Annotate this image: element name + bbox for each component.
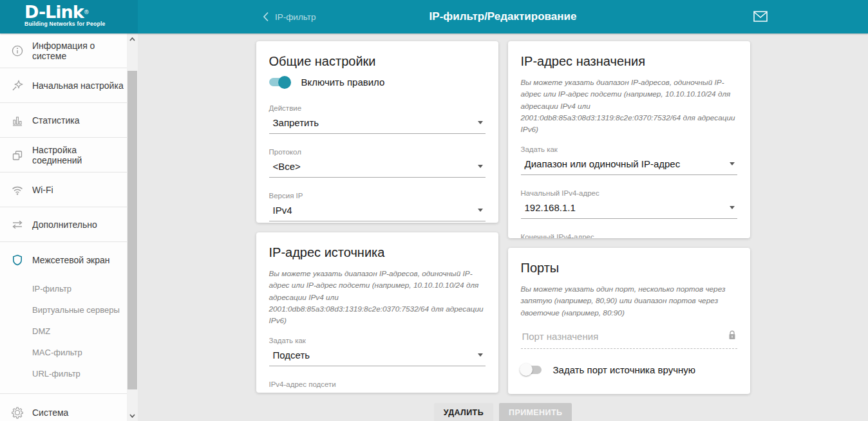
subnet-ip-dropdown[interactable]: 192.168.2.1/24 (269, 391, 486, 393)
chevron-down-icon (129, 414, 135, 418)
field-label: Версия IP (269, 192, 486, 200)
mail-icon[interactable] (753, 11, 768, 23)
field-value: Диапазон или одиночный IP-адрес (525, 158, 681, 169)
destination-port-input[interactable] (522, 331, 715, 342)
field-value: Подсеть (273, 350, 310, 360)
sidebar-item-label: Настройка соединений (32, 145, 127, 165)
card-title: IP-адрес назначения (521, 54, 737, 69)
field-start-ip: Начальный IPv4-адрес 192.168.1.1 (521, 189, 737, 219)
shield-icon (11, 254, 24, 267)
ports-card: Порты Вы можете указать один порт, неско… (508, 248, 750, 394)
lock-icon (728, 330, 736, 342)
sidebar-item-label: Дополнительно (32, 220, 97, 230)
card-description: Вы можете указать один порт, несколько п… (521, 283, 737, 319)
field-label: Конечный IPv4-адрес (521, 233, 737, 238)
protocol-dropdown[interactable]: <Все> (269, 159, 486, 178)
card-title: Порты (521, 261, 737, 276)
chevron-up-icon (129, 37, 135, 41)
page-title: IP-фильтр/Редактирование (429, 0, 577, 33)
wifi-icon (11, 183, 24, 196)
field-set-as: Задать как Диапазон или одиночный IP-адр… (521, 145, 737, 175)
sidebar-nav: Информация о системе Начальная настройка… (0, 33, 127, 421)
logo-brand-text: D-Link® (24, 4, 138, 21)
arrows-icon (11, 218, 24, 231)
source-set-as-dropdown[interactable]: Подсеть (269, 348, 486, 366)
toggle-label: Включить правило (301, 77, 385, 88)
bar-chart-icon (11, 114, 24, 127)
sidebar-item-label: Статистика (32, 115, 80, 126)
destination-ip-card: IP-адрес назначения Вы можете указать ди… (508, 41, 750, 238)
field-subnet-ip: IPv4-адрес подсети 192.168.2.1/24 (269, 380, 486, 393)
destination-set-as-dropdown[interactable]: Диапазон или одиночный IP-адрес (521, 156, 737, 175)
toggle-switch-on[interactable] (269, 78, 290, 86)
source-ip-card: IP-адрес источника Вы можете указать диа… (256, 232, 498, 393)
field-protocol: Протокол <Все> (269, 148, 486, 178)
sidebar-item-connections-setup[interactable]: Настройка соединений (0, 138, 127, 173)
sidebar-group-firewall: Межсетевой экран IP-фильтр Виртуальные с… (0, 242, 127, 394)
submenu-item-url-filter[interactable]: URL-фильтр (0, 363, 127, 384)
sidebar-item-firewall[interactable]: Межсетевой экран (0, 242, 127, 278)
sidebar-item-advanced[interactable]: Дополнительно (0, 207, 127, 242)
footer-actions: УДАЛИТЬ ПРИМЕНИТЬ (138, 403, 868, 421)
field-action: Действие Запретить (269, 104, 486, 134)
back-link[interactable]: IP-фильтр (263, 0, 316, 33)
caret-down-icon (730, 206, 735, 209)
start-ip-dropdown[interactable]: 192.168.1.1 (521, 200, 737, 219)
sidebar-item-statistics[interactable]: Статистика (0, 103, 127, 138)
ip-version-dropdown[interactable]: IPv4 (269, 203, 486, 221)
field-value: <Все> (273, 161, 301, 172)
enable-rule-toggle[interactable]: Включить правило (269, 77, 486, 88)
wand-icon (11, 79, 24, 92)
scroll-down-button[interactable] (127, 410, 138, 421)
submenu-item-dmz[interactable]: DMZ (0, 321, 127, 342)
action-dropdown[interactable]: Запретить (269, 115, 486, 134)
field-label: Протокол (269, 148, 486, 156)
field-value: IPv4 (273, 205, 292, 216)
registered-mark: ® (84, 9, 89, 15)
info-icon (11, 44, 24, 57)
chevron-left-icon (263, 12, 269, 22)
back-link-label: IP-фильтр (275, 12, 316, 22)
caret-down-icon (478, 121, 483, 124)
sidebar-item-system-info[interactable]: Информация о системе (0, 33, 127, 68)
delete-button[interactable]: УДАЛИТЬ (434, 403, 493, 421)
card-description: Вы можете указать диапазон IP-адресов, о… (269, 268, 486, 326)
field-label: Начальный IPv4-адрес (521, 189, 737, 197)
submenu-item-mac-filter[interactable]: MAC-фильтр (0, 342, 127, 363)
card-title: Общие настройки (269, 54, 486, 69)
card-title: IP-адрес источника (269, 245, 486, 260)
sidebar-item-label: Межсетевой экран (32, 255, 110, 265)
submenu-item-virtual-servers[interactable]: Виртуальные серверы (0, 299, 127, 321)
card-description: Вы можете указать диапазон IP-адресов, о… (521, 77, 737, 135)
sidebar-scrollbar[interactable] (127, 33, 138, 421)
sidebar-item-label: Wi-Fi (32, 185, 53, 195)
sidebar-item-label: Информация о системе (32, 41, 127, 61)
general-settings-card: Общие настройки Включить правило Действи… (256, 41, 498, 223)
field-label: Задать как (521, 145, 737, 153)
sidebar-item-wifi[interactable]: Wi-Fi (0, 173, 127, 207)
sidebar-item-label: Система (32, 407, 68, 418)
field-label: Действие (269, 104, 486, 112)
caret-down-icon (730, 162, 735, 165)
apply-button[interactable]: ПРИМЕНИТЬ (499, 403, 572, 421)
field-value: Запретить (273, 117, 319, 128)
firewall-submenu: IP-фильтр Виртуальные серверы DMZ MAC-фи… (0, 278, 127, 393)
field-label: Задать как (269, 337, 486, 344)
sidebar-item-initial-setup[interactable]: Начальная настройка (0, 68, 127, 103)
logo-tagline: Building Networks for People (24, 21, 138, 27)
caret-down-icon (478, 209, 483, 212)
source-port-toggle[interactable]: Задать порт источника вручную (521, 364, 737, 375)
submenu-item-ip-filter[interactable]: IP-фильтр (0, 278, 127, 299)
toggle-switch-off[interactable] (521, 366, 542, 374)
caret-down-icon (478, 165, 483, 168)
toggle-label: Задать порт источника вручную (553, 364, 696, 375)
scrollbar-thumb[interactable] (127, 71, 137, 389)
dlink-logo: D-Link® Building Networks for People (0, 0, 138, 33)
scroll-up-button[interactable] (127, 33, 138, 44)
caret-down-icon (478, 353, 483, 357)
sidebar-item-label: Начальная настройка (32, 80, 124, 91)
sidebar-item-system[interactable]: Система (0, 394, 127, 421)
top-header-bar: D-Link® Building Networks for People IP-… (0, 0, 868, 33)
connections-icon (11, 149, 24, 162)
gear-icon (11, 406, 24, 419)
